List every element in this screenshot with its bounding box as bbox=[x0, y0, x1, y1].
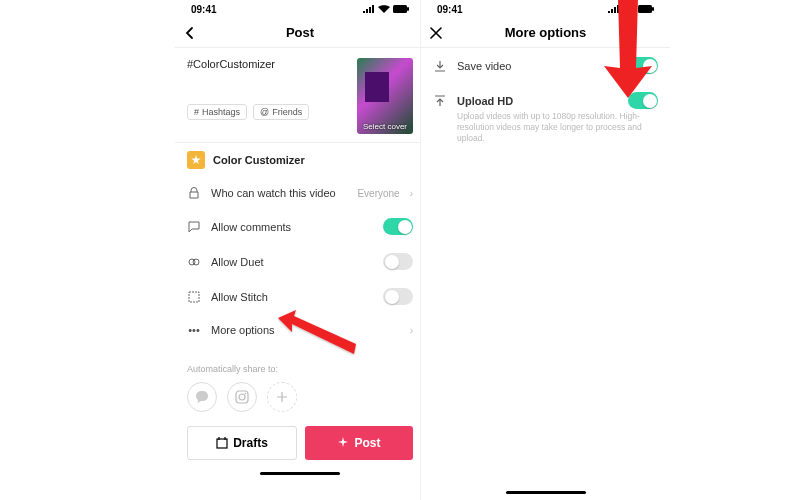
plus-icon bbox=[277, 392, 287, 402]
wifi-icon bbox=[378, 5, 390, 13]
svg-rect-0 bbox=[393, 5, 407, 13]
chevron-right-icon: › bbox=[410, 188, 413, 199]
svg-rect-5 bbox=[236, 391, 248, 403]
share-label: Automatically share to: bbox=[187, 364, 413, 374]
close-button[interactable] bbox=[421, 18, 451, 48]
cover-label: Select cover bbox=[357, 122, 413, 131]
bottom-buttons: Drafts Post bbox=[175, 420, 425, 466]
save-video-toggle[interactable] bbox=[628, 57, 658, 74]
svg-point-7 bbox=[245, 393, 247, 395]
friends-chip-label: Friends bbox=[272, 107, 302, 117]
close-icon bbox=[430, 27, 442, 39]
signal-icon bbox=[608, 5, 620, 13]
more-options-screen: 09:41 More options Save video Upload HD … bbox=[420, 0, 670, 500]
upload-hd-description: Upload videos with up to 1080p resolutio… bbox=[421, 111, 670, 152]
status-bar: 09:41 bbox=[421, 0, 670, 18]
svg-rect-10 bbox=[652, 7, 654, 11]
stitch-row: Allow Stitch bbox=[175, 279, 425, 314]
upload-hd-row: Upload HD bbox=[421, 83, 670, 111]
comments-label: Allow comments bbox=[211, 221, 373, 233]
drafts-button[interactable]: Drafts bbox=[187, 426, 297, 460]
svg-rect-1 bbox=[407, 7, 409, 11]
svg-rect-9 bbox=[638, 5, 652, 13]
more-icon: ••• bbox=[187, 323, 201, 337]
svg-rect-4 bbox=[189, 292, 199, 302]
select-cover-button[interactable]: Select cover bbox=[357, 58, 413, 134]
share-instagram[interactable] bbox=[227, 382, 257, 412]
effect-icon bbox=[187, 151, 205, 169]
hash-icon: # bbox=[194, 107, 199, 117]
at-icon: @ bbox=[260, 107, 269, 117]
more-options-row[interactable]: ••• More options › bbox=[175, 314, 425, 346]
effect-row[interactable]: Color Customizer bbox=[175, 143, 425, 177]
instagram-icon bbox=[235, 390, 249, 404]
status-icons bbox=[363, 5, 409, 13]
chevron-left-icon bbox=[183, 26, 197, 40]
download-icon bbox=[433, 59, 447, 73]
duet-label: Allow Duet bbox=[211, 256, 373, 268]
status-time: 09:41 bbox=[437, 4, 463, 15]
battery-icon bbox=[393, 5, 409, 13]
status-icons bbox=[608, 5, 654, 13]
wifi-icon bbox=[623, 5, 635, 13]
comments-row: Allow comments bbox=[175, 209, 425, 244]
lock-icon bbox=[187, 186, 201, 200]
back-button[interactable] bbox=[175, 18, 205, 48]
save-video-row: Save video bbox=[421, 48, 670, 83]
duet-row: Allow Duet bbox=[175, 244, 425, 279]
share-section: Automatically share to: bbox=[175, 346, 425, 420]
duet-toggle[interactable] bbox=[383, 253, 413, 270]
privacy-value: Everyone bbox=[357, 188, 399, 199]
effect-name: Color Customizer bbox=[213, 154, 305, 166]
upload-hd-toggle[interactable] bbox=[628, 92, 658, 109]
post-label: Post bbox=[354, 436, 380, 450]
compose-area: #ColorCustomizer # Hashtags @ Friends Se… bbox=[175, 48, 425, 143]
stitch-toggle[interactable] bbox=[383, 288, 413, 305]
more-options-label: More options bbox=[211, 324, 400, 336]
duet-icon bbox=[187, 255, 201, 269]
caption-input[interactable]: #ColorCustomizer bbox=[187, 58, 349, 98]
privacy-label: Who can watch this video bbox=[211, 187, 347, 199]
privacy-row[interactable]: Who can watch this video Everyone › bbox=[175, 177, 425, 209]
status-bar: 09:41 bbox=[175, 0, 425, 18]
upload-icon bbox=[433, 94, 447, 108]
svg-point-3 bbox=[193, 259, 199, 265]
battery-icon bbox=[638, 5, 654, 13]
nav-bar: Post bbox=[175, 18, 425, 48]
hashtags-chip-label: Hashtags bbox=[202, 107, 240, 117]
drafts-icon bbox=[216, 437, 228, 449]
svg-rect-8 bbox=[217, 439, 227, 448]
comments-toggle[interactable] bbox=[383, 218, 413, 235]
page-title: Post bbox=[175, 25, 425, 40]
share-messages[interactable] bbox=[187, 382, 217, 412]
friends-chip[interactable]: @ Friends bbox=[253, 104, 309, 120]
post-button[interactable]: Post bbox=[305, 426, 413, 460]
post-screen: 09:41 Post #ColorCustomizer # Hashtags @… bbox=[175, 0, 425, 500]
comment-icon bbox=[187, 220, 201, 234]
share-add[interactable] bbox=[267, 382, 297, 412]
save-video-label: Save video bbox=[457, 60, 618, 72]
stitch-label: Allow Stitch bbox=[211, 291, 373, 303]
stitch-icon bbox=[187, 290, 201, 304]
page-title: More options bbox=[421, 25, 670, 40]
hashtags-chip[interactable]: # Hashtags bbox=[187, 104, 247, 120]
home-indicator bbox=[260, 472, 340, 475]
drafts-label: Drafts bbox=[233, 436, 268, 450]
chat-bubble-icon bbox=[195, 390, 209, 404]
svg-point-6 bbox=[239, 394, 245, 400]
chevron-right-icon: › bbox=[410, 325, 413, 336]
status-time: 09:41 bbox=[191, 4, 217, 15]
nav-bar: More options bbox=[421, 18, 670, 48]
sparkle-icon bbox=[337, 437, 349, 449]
signal-icon bbox=[363, 5, 375, 13]
upload-hd-label: Upload HD bbox=[457, 95, 618, 107]
home-indicator bbox=[506, 491, 586, 494]
